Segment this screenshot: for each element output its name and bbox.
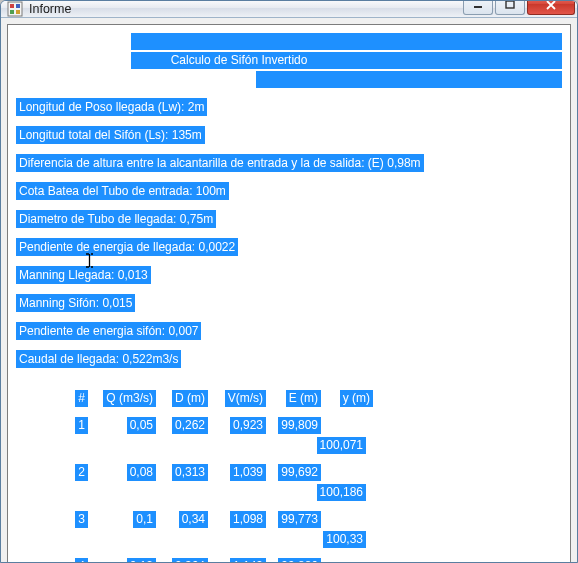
report-window: Informe Calculo de: [0, 0, 578, 563]
report-title-block: Calculo de Sifón Invertido: [131, 33, 562, 88]
param-line: Pendiente de energia sifón: 0,007: [16, 322, 201, 340]
param-line: Cota Batea del Tubo de entrada: 100m: [16, 182, 229, 200]
table-cell: 0,364: [172, 558, 208, 563]
report-title: Calculo de Sifón Invertido: [131, 52, 562, 69]
table-cell: 1,098: [230, 511, 266, 528]
param-line: Diametro de Tubo de llegada: 0,75m: [16, 210, 216, 228]
table-cell: 99,692: [278, 464, 321, 481]
table-cell: 2: [75, 464, 88, 481]
title-pad-bottom: [256, 71, 562, 88]
param-line: Pendiente de energia de llegada: 0,0022: [16, 238, 238, 256]
table-row-y: 100,186: [16, 482, 562, 501]
maximize-button[interactable]: [495, 0, 525, 15]
app-icon: [7, 1, 23, 17]
param-line: Caudal de llegada: 0,522m3/s: [16, 350, 181, 368]
minimize-button[interactable]: [463, 0, 493, 15]
table-row-y: 100,071: [16, 435, 562, 454]
svg-rect-5: [474, 6, 482, 8]
table-cell-y: 100,071: [317, 437, 366, 454]
svg-rect-1: [10, 4, 14, 8]
table-body: 10,050,2620,92399,809100,07120,080,3131,…: [16, 407, 562, 563]
table-cell: 0,12: [127, 558, 156, 563]
svg-rect-2: [16, 4, 20, 8]
titlebar[interactable]: Informe: [1, 1, 577, 18]
table-cell: 1,039: [230, 464, 266, 481]
window-title: Informe: [29, 2, 71, 16]
table-header-cell: V(m/s): [225, 390, 266, 407]
svg-rect-4: [16, 10, 20, 14]
svg-rect-3: [10, 10, 14, 14]
table-cell: 99,886: [278, 558, 321, 563]
table-row: 10,050,2620,92399,809: [16, 415, 562, 434]
param-line: Longitud de Poso llegada (Lw): 2m: [16, 98, 207, 116]
table-cell: 1: [75, 417, 88, 434]
table-cell: 0,08: [127, 464, 156, 481]
table-cell: 0,923: [230, 417, 266, 434]
parameter-list: Longitud de Poso llegada (Lw): 2mLongitu…: [16, 96, 562, 368]
param-line: Longitud total del Sifón (Ls): 135m: [16, 126, 205, 144]
table-row: 20,080,3131,03999,692: [16, 462, 562, 481]
table-row-y: 100,33: [16, 529, 562, 548]
table-cell: 0,34: [179, 511, 208, 528]
table-row: 30,10,341,09899,773: [16, 509, 562, 528]
table-header-cell: Q (m3/s): [103, 390, 156, 407]
table-cell: 3: [75, 511, 88, 528]
table-header-cell: #: [75, 390, 88, 407]
table-cell: 4: [75, 558, 88, 563]
table-cell: 0,1: [133, 511, 156, 528]
table-cell: 99,809: [278, 417, 321, 434]
report-body[interactable]: Calculo de Sifón Invertido Longitud de P…: [7, 24, 571, 563]
table-header-row: #Q (m3/s)D (m)V(m/s)E (m)y (m): [16, 388, 562, 407]
table-cell: 0,313: [172, 464, 208, 481]
window-controls: [461, 0, 575, 15]
table-header-cell: D (m): [172, 390, 208, 407]
param-line: Diferencia de altura entre la alcantaril…: [16, 154, 424, 172]
title-pad-top: [131, 33, 562, 50]
table-cell: 0,05: [127, 417, 156, 434]
table-cell-y: 100,33: [323, 531, 366, 548]
svg-rect-6: [506, 1, 514, 8]
table-row: 40,120,3641,14999,886: [16, 556, 562, 563]
table-header-cell: y (m): [340, 390, 373, 407]
table-header-cell: E (m): [286, 390, 321, 407]
table-cell: 1,149: [230, 558, 266, 563]
table-cell: 99,773: [278, 511, 321, 528]
param-line: Manning Llegada: 0,013: [16, 266, 151, 284]
close-button[interactable]: [527, 0, 575, 15]
table-cell: 0,262: [172, 417, 208, 434]
param-line: Manning Sifón: 0,015: [16, 294, 135, 312]
results-table: #Q (m3/s)D (m)V(m/s)E (m)y (m) 10,050,26…: [16, 388, 562, 563]
table-cell-y: 100,186: [317, 484, 366, 501]
